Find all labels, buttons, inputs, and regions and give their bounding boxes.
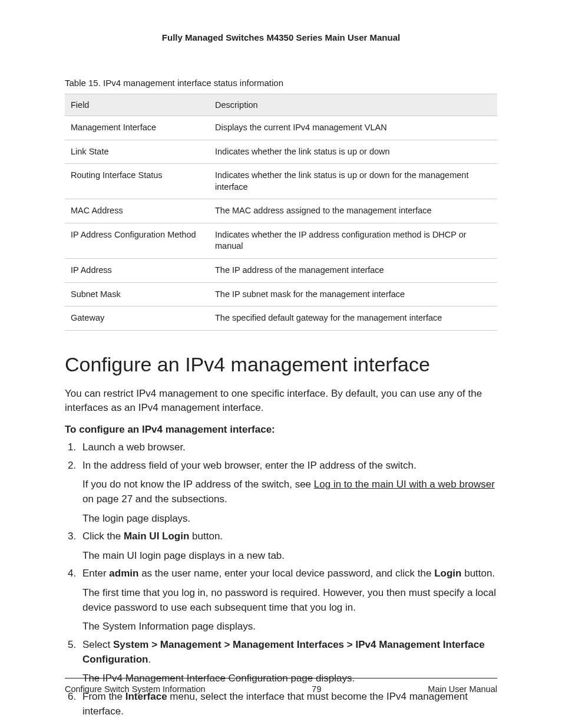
table-cell-field: Routing Interface Status (65, 164, 209, 199)
cross-reference-link[interactable]: Log in to the main UI with a web browser (314, 479, 495, 490)
page-footer: Configure Switch System Information 79 M… (65, 678, 497, 694)
table-cell-desc: The specified default gateway for the ma… (209, 307, 497, 331)
table-cell-desc: Indicates whether the link status is up … (209, 164, 497, 199)
ui-label: Login (434, 568, 461, 579)
step-note: The main UI login page displays in a new… (82, 549, 497, 564)
table-row: Link State Indicates whether the link st… (65, 140, 497, 164)
text: . (148, 654, 151, 665)
table-cell-desc: The IP address of the management interfa… (209, 258, 497, 282)
step-note: The first time that you log in, no passw… (82, 586, 497, 615)
document-page: Fully Managed Switches M4350 Series Main… (0, 0, 562, 728)
section-heading: Configure an IPv4 management interface (65, 353, 497, 376)
table-cell-field: Subnet Mask (65, 282, 209, 307)
intro-paragraph: You can restrict IPv4 management to one … (65, 387, 497, 416)
table-cell-field: IP Address Configuration Method (65, 223, 209, 258)
text: button. (189, 531, 223, 542)
step-3: Click the Main UI Login button. The main… (79, 529, 497, 563)
table-cell-desc: Indicates whether the IP address configu… (209, 223, 497, 258)
table-cell-desc: Indicates whether the link status is up … (209, 140, 497, 164)
text: If you do not know the IP address of the… (82, 479, 314, 490)
footer-page-number: 79 (312, 684, 321, 694)
procedure-subhead: To configure an IPv4 management interfac… (65, 424, 497, 436)
footer-right: Main User Manual (428, 684, 497, 694)
step-text: Launch a web browser. (82, 442, 186, 453)
text: Enter (82, 568, 109, 579)
step-2: In the address field of your web browser… (79, 459, 497, 526)
step-1: Launch a web browser. (79, 440, 497, 455)
nav-path: System > Management > Management Interfa… (82, 639, 485, 665)
table-cell-desc: The MAC address assigned to the manageme… (209, 199, 497, 223)
footer-left: Configure Switch System Information (65, 684, 206, 694)
status-table: Field Description Management Interface D… (65, 94, 497, 331)
procedure-list: Launch a web browser. In the address fie… (65, 440, 497, 719)
table-row: Gateway The specified default gateway fo… (65, 307, 497, 331)
text: button. (461, 568, 495, 579)
ui-label: Main UI Login (124, 531, 189, 542)
table-cell-field: Management Interface (65, 116, 209, 140)
step-note: The login page displays. (82, 512, 497, 526)
table-header-field: Field (65, 94, 209, 116)
table-caption: Table 15. IPv4 management interface stat… (65, 78, 497, 88)
table-row: IP Address Configuration Method Indicate… (65, 223, 497, 258)
document-header: Fully Managed Switches M4350 Series Main… (65, 32, 497, 42)
table-cell-field: IP Address (65, 258, 209, 282)
step-text: In the address field of your web browser… (82, 460, 416, 471)
table-row: Management Interface Displays the curren… (65, 116, 497, 140)
step-note: If you do not know the IP address of the… (82, 477, 497, 506)
table-cell-field: MAC Address (65, 199, 209, 223)
text: Click the (82, 531, 124, 542)
text: Select (82, 639, 113, 650)
table-row: MAC Address The MAC address assigned to … (65, 199, 497, 223)
table-cell-desc: Displays the current IPv4 management VLA… (209, 116, 497, 140)
text: on page 27 and the subsections. (82, 493, 227, 505)
step-note: The System Information page displays. (82, 620, 497, 634)
text: as the user name, enter your local devic… (138, 568, 434, 579)
table-cell-desc: The IP subnet mask for the management in… (209, 282, 497, 307)
table-row: Routing Interface Status Indicates wheth… (65, 164, 497, 199)
step-4: Enter admin as the user name, enter your… (79, 566, 497, 634)
table-cell-field: Gateway (65, 307, 209, 331)
ui-label: admin (109, 568, 138, 579)
table-row: IP Address The IP address of the managem… (65, 258, 497, 282)
table-row: Subnet Mask The IP subnet mask for the m… (65, 282, 497, 307)
table-cell-field: Link State (65, 140, 209, 164)
step-6: From the Interface menu, select the inte… (79, 690, 497, 719)
table-header-row: Field Description (65, 94, 497, 116)
table-header-description: Description (209, 94, 497, 116)
